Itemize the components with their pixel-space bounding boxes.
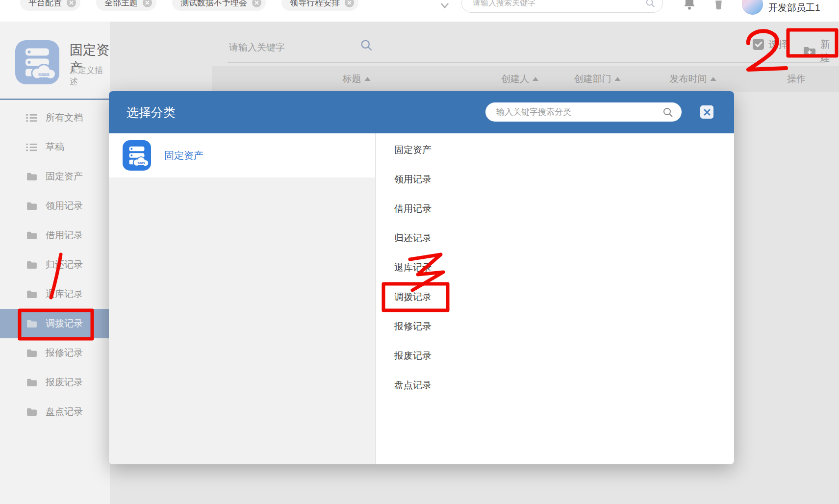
chip-close-icon[interactable] <box>67 0 76 7</box>
chip-close-icon[interactable] <box>143 0 152 7</box>
global-search-input[interactable] <box>462 0 645 12</box>
user-name[interactable]: 开发部员工1 <box>768 1 820 14</box>
modal-body: saas 固定资产 固定资产 领用记录 借用记录 归还记录 <box>109 133 734 464</box>
category-search-input[interactable] <box>485 102 662 122</box>
category-item-label: 调拨记录 <box>394 291 432 303</box>
category-item[interactable]: 固定资产 <box>376 135 734 165</box>
filter-chip[interactable]: 领导行程安排 <box>281 0 358 11</box>
modal-app-label: 固定资产 <box>164 149 203 162</box>
category-item-label: 盘点记录 <box>394 379 432 392</box>
category-item-label: 报废记录 <box>394 350 432 362</box>
filter-chip-label: 领导行程安排 <box>290 0 340 8</box>
filter-chip-label: 测试数据不予理会 <box>180 0 247 8</box>
filter-chip[interactable]: 平台配置 <box>20 0 80 11</box>
category-item[interactable]: 调拨记录 <box>376 282 734 312</box>
category-item-label: 退库记录 <box>394 261 432 274</box>
app-window: saas 固定资产 未定义描述 <box>0 0 839 504</box>
category-item[interactable]: 归还记录 <box>376 224 734 253</box>
trash-icon[interactable] <box>712 0 725 12</box>
chevron-down-icon[interactable] <box>438 0 452 14</box>
modal-title: 选择分类 <box>127 91 176 133</box>
category-item[interactable]: 报废记录 <box>376 341 734 371</box>
global-search <box>461 0 663 13</box>
category-item-label: 领用记录 <box>394 173 432 186</box>
filter-chip-label: 平台配置 <box>28 0 62 8</box>
category-item[interactable]: 退库记录 <box>376 253 734 282</box>
user-avatar[interactable] <box>742 0 763 15</box>
filter-chips: 平台配置 全部主题 测试数据不予理会 <box>20 0 358 11</box>
top-bar: 平台配置 全部主题 测试数据不予理会 <box>0 0 839 22</box>
filter-chip-label: 全部主题 <box>104 0 138 8</box>
category-list: 固定资产 领用记录 借用记录 归还记录 退库记录 调拨记录 报修记录 报废记录 <box>376 135 734 400</box>
category-item-label: 报修记录 <box>394 320 432 333</box>
search-icon <box>662 106 674 118</box>
search-icon <box>645 0 656 8</box>
category-item[interactable]: 领用记录 <box>376 165 734 194</box>
app-icon-fixed-assets: saas <box>123 140 151 171</box>
category-item-label: 归还记录 <box>394 232 432 245</box>
saas-cloud: saas <box>133 156 149 167</box>
category-item[interactable]: 借用记录 <box>376 194 734 224</box>
category-item[interactable]: 报修记录 <box>376 312 734 341</box>
select-category-modal: 选择分类 <box>109 91 734 464</box>
svg-text:saas: saas <box>137 161 145 165</box>
notifications-bell-icon[interactable] <box>683 0 696 13</box>
filter-chip[interactable]: 测试数据不予理会 <box>172 0 266 11</box>
category-item-label: 借用记录 <box>394 202 432 215</box>
chip-close-icon[interactable] <box>345 0 354 7</box>
modal-app-panel: saas 固定资产 <box>109 133 376 464</box>
close-icon[interactable] <box>700 105 713 119</box>
modal-app-row[interactable]: saas 固定资产 <box>109 133 375 177</box>
category-item-label: 固定资产 <box>394 144 432 156</box>
filter-chip[interactable]: 全部主题 <box>96 0 156 11</box>
chip-close-icon[interactable] <box>252 0 261 7</box>
modal-header: 选择分类 <box>109 91 734 133</box>
category-search <box>485 102 682 122</box>
category-item[interactable]: 盘点记录 <box>376 371 734 400</box>
